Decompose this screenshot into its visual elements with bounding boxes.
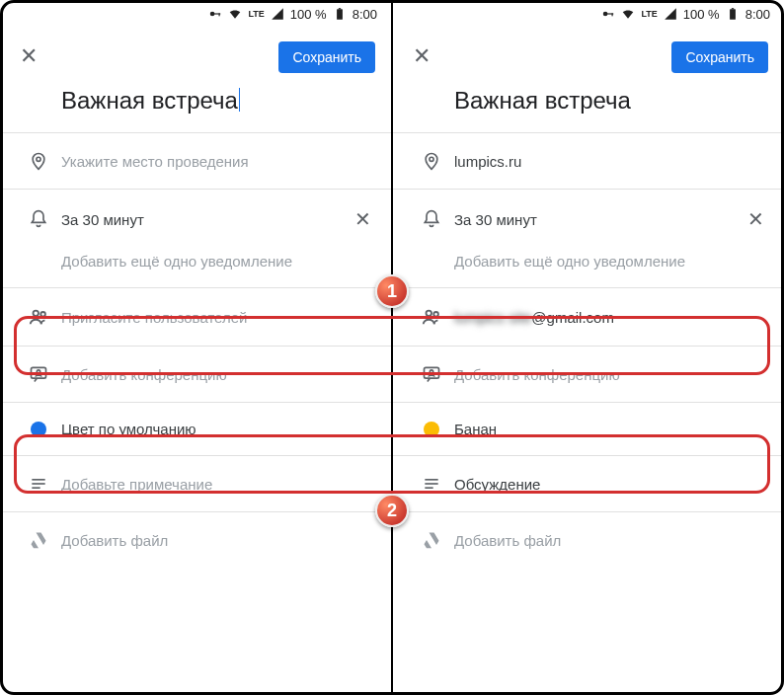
invite-row[interactable]: Пригласите пользователей (0, 288, 391, 346)
color-dot-icon (31, 422, 46, 437)
screen-left: LTE 100 % 8:00 ✕ Сохранить Важная встреч… (0, 0, 391, 695)
wifi-icon (621, 7, 635, 21)
svg-point-7 (40, 312, 45, 317)
location-pin-icon (422, 151, 441, 171)
conference-row[interactable]: Добавить конференцию (0, 347, 391, 402)
conference-label: Добавить конференцию (61, 366, 375, 383)
svg-rect-17 (732, 8, 734, 9)
status-bar: LTE 100 % 8:00 (0, 0, 391, 28)
conference-label: Добавить конференцию (454, 366, 768, 383)
wifi-icon (228, 7, 242, 21)
battery-icon (333, 7, 347, 21)
svg-rect-2 (219, 13, 220, 16)
svg-point-13 (603, 12, 608, 17)
notes-row[interactable]: Обсуждение (393, 456, 784, 511)
cell-signal-icon (271, 7, 284, 21)
notes-value: Обсуждение (454, 476, 768, 493)
vpn-key-icon (601, 7, 615, 21)
add-reminder-row[interactable]: Добавить ещё одно уведомление (393, 249, 784, 287)
remove-reminder-button[interactable]: ✕ (351, 207, 375, 231)
reminder-row[interactable]: За 30 минут ✕ (0, 190, 391, 249)
svg-point-9 (37, 370, 39, 373)
vpn-key-icon (208, 7, 222, 21)
save-button[interactable]: Сохранить (671, 41, 768, 73)
people-icon (28, 306, 49, 328)
color-dot-icon (424, 422, 439, 437)
invite-placeholder: Пригласите пользователей (61, 309, 375, 326)
attach-label: Добавить файл (454, 532, 768, 549)
color-row[interactable]: Цвет по умолчанию (0, 403, 391, 455)
status-bar: LTE 100 % 8:00 (393, 0, 784, 28)
close-button[interactable]: ✕ (16, 41, 41, 71)
notes-icon (422, 474, 441, 494)
event-title-input[interactable]: Важная встреча (393, 73, 784, 132)
svg-point-18 (430, 157, 433, 161)
clock-label: 8:00 (353, 7, 377, 22)
save-button[interactable]: Сохранить (278, 41, 375, 73)
svg-point-22 (430, 370, 432, 373)
close-button[interactable]: ✕ (409, 41, 434, 71)
svg-point-0 (210, 12, 215, 17)
cell-signal-icon (664, 7, 677, 21)
attach-row[interactable]: Добавить файл (393, 512, 784, 568)
add-reminder-label: Добавить ещё одно уведомление (61, 253, 375, 270)
color-label: Цвет по умолчанию (61, 421, 375, 437)
battery-pct-label: 100 % (290, 7, 327, 22)
svg-rect-16 (730, 9, 736, 19)
svg-rect-3 (337, 9, 343, 19)
notes-icon (29, 474, 48, 494)
clock-label: 8:00 (745, 7, 770, 22)
invite-row[interactable]: lumpics site@gmail.com (393, 288, 784, 346)
notes-placeholder: Добавьте примечание (61, 476, 375, 493)
invitee-email: lumpics site@gmail.com (454, 309, 768, 326)
reminder-text: За 30 минут (454, 211, 744, 228)
chat-user-icon (422, 364, 441, 384)
add-reminder-label: Добавить ещё одно уведомление (454, 253, 768, 270)
notes-row[interactable]: Добавьте примечание (0, 456, 391, 511)
location-row[interactable]: lumpics.ru (393, 133, 784, 189)
svg-point-6 (34, 311, 39, 317)
attach-label: Добавить файл (61, 532, 375, 549)
chat-user-icon (29, 364, 48, 384)
battery-icon (726, 7, 740, 21)
location-pin-icon (29, 151, 48, 171)
attach-row[interactable]: Добавить файл (0, 512, 391, 568)
people-icon (421, 306, 442, 328)
svg-rect-15 (612, 13, 613, 16)
conference-row[interactable]: Добавить конференцию (393, 347, 784, 402)
event-title-input[interactable]: Важная встреча (0, 73, 391, 132)
svg-rect-4 (339, 8, 341, 9)
reminder-row[interactable]: За 30 минут ✕ (393, 190, 784, 249)
color-row[interactable]: Банан (393, 403, 784, 455)
location-placeholder: Укажите место проведения (61, 153, 375, 170)
color-label: Банан (454, 421, 768, 437)
reminder-text: За 30 минут (61, 211, 351, 228)
battery-pct-label: 100 % (683, 7, 720, 22)
add-reminder-row[interactable]: Добавить ещё одно уведомление (0, 249, 391, 287)
bell-icon (422, 209, 441, 229)
location-value: lumpics.ru (454, 153, 768, 170)
bell-icon (29, 209, 48, 229)
svg-point-19 (427, 311, 432, 317)
location-row[interactable]: Укажите место проведения (0, 133, 391, 189)
remove-reminder-button[interactable]: ✕ (744, 207, 768, 231)
drive-icon (29, 530, 48, 550)
network-type-label: LTE (641, 9, 657, 19)
screen-right: LTE 100 % 8:00 ✕ Сохранить Важная встреч… (393, 0, 784, 695)
network-type-label: LTE (248, 9, 264, 19)
svg-point-20 (433, 312, 438, 317)
svg-point-5 (37, 157, 40, 161)
drive-icon (422, 530, 441, 550)
